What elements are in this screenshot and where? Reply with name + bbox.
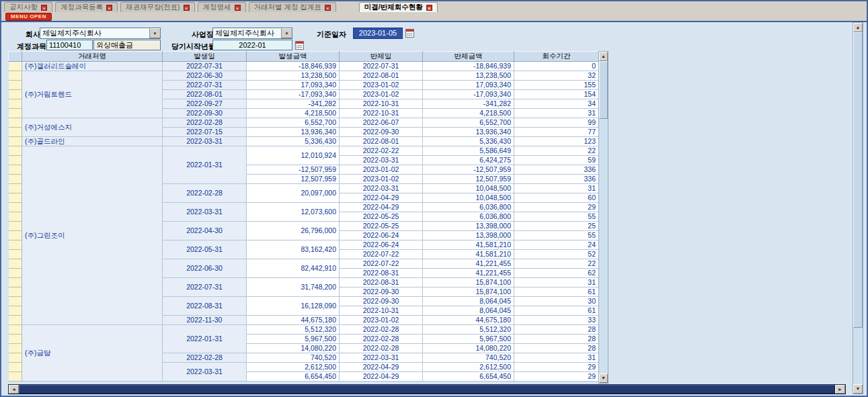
row-indicator[interactable]	[9, 90, 22, 99]
settle-date-cell[interactable]: 2022-03-31	[340, 184, 423, 193]
collect-days-cell[interactable]: 31	[514, 184, 599, 193]
settle-date-cell[interactable]: 2022-03-31	[340, 353, 423, 363]
menu-open-button[interactable]: MENU OPEN	[5, 13, 52, 21]
tab-close-icon[interactable]: ×	[106, 5, 112, 11]
settle-amount-cell[interactable]: 41,581,210	[423, 240, 514, 250]
scroll-thumb[interactable]	[19, 385, 835, 394]
customer-cell[interactable]: (주)거림트렌드	[22, 71, 163, 118]
occur-amount-cell[interactable]: 20,097,000	[247, 184, 340, 203]
occur-amount-cell[interactable]: 82,442,910	[247, 259, 340, 278]
row-indicator[interactable]	[9, 165, 22, 175]
settle-date-cell[interactable]: 2022-02-28	[340, 335, 423, 344]
company-select[interactable]: 제일제지주식회사 ▼	[40, 28, 161, 39]
settle-date-cell[interactable]: 2023-01-02	[340, 81, 423, 90]
row-indicator[interactable]	[9, 184, 22, 193]
calendar-icon[interactable]	[405, 29, 414, 38]
collect-days-cell[interactable]: 55	[514, 212, 599, 222]
settle-date-cell[interactable]: 2022-04-29	[340, 363, 423, 372]
settle-amount-cell[interactable]: 2,612,500	[423, 363, 514, 372]
collect-days-cell[interactable]: 336	[514, 175, 599, 184]
occur-amount-cell[interactable]: 12,073,600	[247, 203, 340, 222]
row-indicator[interactable]	[9, 278, 22, 288]
row-indicator[interactable]	[9, 240, 22, 250]
tab-close-icon[interactable]: ×	[235, 5, 241, 11]
collect-days-cell[interactable]: 34	[514, 99, 599, 109]
occur-amount-cell[interactable]: 44,675,180	[247, 316, 340, 325]
settle-amount-cell[interactable]: 5,336,430	[423, 137, 514, 146]
account-name-field[interactable]: 외상매출금	[93, 40, 161, 50]
scroll-right-icon[interactable]: ►	[835, 385, 845, 394]
settle-date-cell[interactable]: 2022-09-30	[340, 128, 423, 137]
collect-days-cell[interactable]: 30	[514, 297, 599, 306]
occur-date-cell[interactable]: 2022-03-31	[163, 203, 247, 222]
collect-days-cell[interactable]: 32	[514, 71, 599, 81]
settle-date-cell[interactable]: 2022-10-31	[340, 109, 423, 118]
settle-amount-cell[interactable]: 8,064,045	[423, 306, 514, 316]
settle-amount-cell[interactable]: 6,036,800	[423, 203, 514, 212]
row-indicator[interactable]	[9, 71, 22, 81]
collect-days-cell[interactable]: 155	[514, 81, 599, 90]
collect-days-cell[interactable]: 336	[514, 165, 599, 175]
settle-date-cell[interactable]: 2022-07-31	[340, 62, 423, 71]
occur-date-cell[interactable]: 2022-06-30	[163, 71, 247, 81]
settle-amount-cell[interactable]: 5,512,320	[423, 325, 514, 335]
occur-date-cell[interactable]: 2022-07-15	[163, 128, 247, 137]
occur-date-cell[interactable]: 2022-03-31	[163, 137, 247, 146]
row-indicator[interactable]	[9, 193, 22, 203]
occur-date-cell[interactable]: 2022-11-30	[163, 316, 247, 325]
tab-receivable-ledger[interactable]: 채권채무장(전표) ×	[120, 2, 195, 12]
period-input[interactable]: 2022-01	[212, 40, 292, 50]
collect-days-cell[interactable]: 33	[514, 316, 599, 325]
row-indicator[interactable]	[9, 316, 22, 325]
occur-date-cell[interactable]: 2022-07-31	[163, 81, 247, 90]
occur-date-cell[interactable]: 2022-04-30	[163, 222, 247, 240]
settle-amount-cell[interactable]: 14,080,220	[423, 344, 514, 353]
occur-amount-cell[interactable]: 12,507,959	[247, 175, 340, 184]
settle-amount-cell[interactable]: 13,936,340	[423, 128, 514, 137]
settle-amount-cell[interactable]: 6,654,450	[423, 372, 514, 382]
occur-amount-cell[interactable]: 740,520	[247, 353, 340, 363]
occur-amount-cell[interactable]: 13,238,500	[247, 71, 340, 81]
settle-date-cell[interactable]: 2022-10-31	[340, 306, 423, 316]
row-indicator[interactable]	[9, 231, 22, 240]
occur-amount-cell[interactable]: 5,967,500	[247, 335, 340, 344]
row-indicator[interactable]	[9, 212, 22, 222]
customer-cell[interactable]: (주)갤러리드슬레이	[22, 62, 163, 71]
collect-days-cell[interactable]: 154	[514, 90, 599, 99]
tab-close-icon[interactable]: ×	[426, 5, 432, 11]
occur-amount-cell[interactable]: -17,093,340	[247, 90, 340, 99]
collect-days-cell[interactable]: 0	[514, 62, 599, 71]
row-indicator[interactable]	[9, 325, 22, 335]
row-indicator[interactable]	[9, 146, 22, 156]
settle-date-cell[interactable]: 2023-01-02	[340, 90, 423, 99]
settle-date-cell[interactable]: 2022-08-31	[340, 269, 423, 278]
collect-days-cell[interactable]: 25	[514, 222, 599, 231]
occur-date-cell[interactable]: 2022-06-30	[163, 259, 247, 278]
settle-date-cell[interactable]: 2022-08-01	[340, 137, 423, 146]
col-header-settle-amount[interactable]: 반제금액	[423, 52, 514, 62]
scroll-up-icon[interactable]: ▲	[599, 52, 608, 61]
occur-date-cell[interactable]: 2022-02-28	[163, 353, 247, 363]
settle-amount-cell[interactable]: 17,093,340	[423, 81, 514, 90]
collect-days-cell[interactable]: 59	[514, 156, 599, 165]
row-indicator[interactable]	[9, 306, 22, 316]
occur-amount-cell[interactable]: -341,282	[247, 99, 340, 109]
collect-days-cell[interactable]: 29	[514, 203, 599, 212]
settle-date-cell[interactable]: 2022-04-29	[340, 203, 423, 212]
collect-days-cell[interactable]: 52	[514, 250, 599, 259]
collect-days-cell[interactable]: 77	[514, 128, 599, 137]
tab-close-icon[interactable]: ×	[184, 5, 190, 11]
row-indicator[interactable]	[9, 344, 22, 353]
settle-date-cell[interactable]: 2022-06-07	[340, 118, 423, 128]
window-vertical-scrollbar[interactable]: ▲ ▼	[853, 22, 863, 394]
tab-account-register[interactable]: 계정과목등록 ×	[55, 2, 118, 12]
settle-amount-cell[interactable]: -341,282	[423, 99, 514, 109]
settle-date-cell[interactable]: 2023-01-02	[340, 165, 423, 175]
site-select[interactable]: 제일제지주식회사 ▼	[212, 28, 292, 39]
row-indicator[interactable]	[9, 259, 22, 269]
occur-date-cell[interactable]: 2022-03-31	[163, 363, 247, 382]
settle-amount-cell[interactable]: 41,221,455	[423, 259, 514, 269]
settle-date-cell[interactable]: 2022-06-24	[340, 231, 423, 240]
settle-date-cell[interactable]: 2022-10-31	[340, 99, 423, 109]
scroll-left-icon[interactable]: ◄	[9, 385, 19, 394]
